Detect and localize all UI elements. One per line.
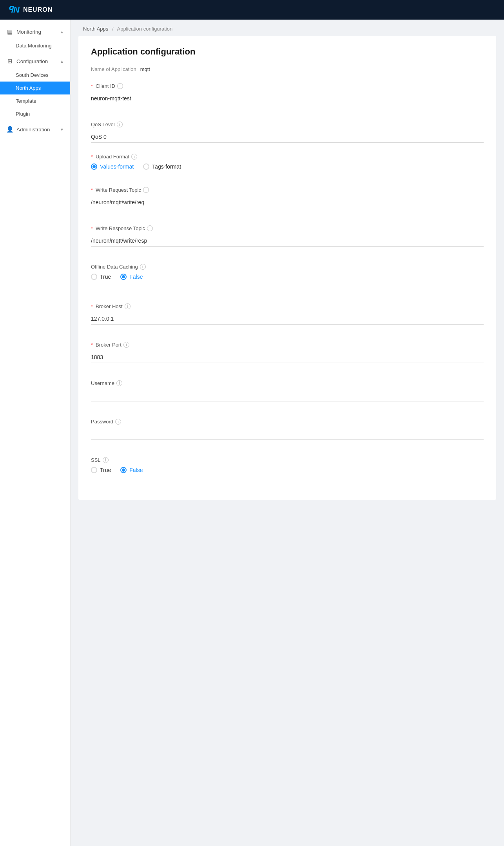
offline-caching-false-label: False bbox=[129, 274, 143, 280]
write-response-topic-required: * bbox=[91, 225, 93, 231]
password-label-row: Password i bbox=[91, 419, 484, 425]
offline-caching-true-radio[interactable] bbox=[91, 274, 97, 280]
offline-data-caching-group: Offline Data Caching i True False bbox=[91, 264, 484, 280]
write-response-topic-info-icon[interactable]: i bbox=[147, 225, 153, 231]
username-group: Username i bbox=[91, 380, 484, 401]
password-input[interactable] bbox=[91, 428, 484, 440]
upload-format-label-row: * Upload Format i bbox=[91, 154, 484, 160]
write-response-topic-input[interactable] bbox=[91, 235, 484, 247]
app-name-value: mqtt bbox=[140, 66, 150, 72]
main-content: North Apps / Application configuration A… bbox=[71, 20, 504, 846]
sidebar-item-data-monitoring[interactable]: Data Monitoring bbox=[0, 39, 70, 52]
broker-host-input[interactable] bbox=[91, 313, 484, 325]
upload-format-tags-label: Tags-format bbox=[152, 163, 181, 170]
write-request-topic-input[interactable] bbox=[91, 197, 484, 208]
write-response-topic-group: * Write Response Topic i bbox=[91, 225, 484, 247]
qos-level-group: QoS Level i QoS 0 QoS 1 QoS 2 bbox=[91, 122, 484, 143]
upload-format-label: Upload Format bbox=[96, 154, 129, 160]
sidebar-item-administration[interactable]: 👤 Administration ▼ bbox=[0, 122, 70, 137]
administration-section: 👤 Administration ▼ bbox=[0, 122, 70, 137]
logo: ꟼN NEURON bbox=[8, 5, 53, 15]
sidebar: ▤ Monitoring ▲ Data Monitoring ⊞ Configu… bbox=[0, 20, 71, 846]
upload-format-tags-option[interactable]: Tags-format bbox=[143, 163, 181, 170]
sidebar-item-plugin[interactable]: Plugin bbox=[0, 107, 70, 120]
client-id-label: Client ID bbox=[96, 83, 115, 89]
sidebar-item-configuration[interactable]: ⊞ Configuration ▲ bbox=[0, 54, 70, 69]
write-request-topic-info-icon[interactable]: i bbox=[143, 187, 149, 193]
breadcrumb-parent[interactable]: North Apps bbox=[83, 26, 108, 32]
write-response-topic-label-row: * Write Response Topic i bbox=[91, 225, 484, 231]
upload-format-radio-group: Values-format Tags-format bbox=[91, 163, 484, 170]
qos-level-info-icon[interactable]: i bbox=[117, 122, 123, 127]
offline-data-caching-label-row: Offline Data Caching i bbox=[91, 264, 484, 270]
ssl-group: SSL i True False bbox=[91, 457, 484, 473]
qos-level-label: QoS Level bbox=[91, 122, 115, 127]
broker-port-group: * Broker Port i bbox=[91, 342, 484, 363]
ssl-false-option[interactable]: False bbox=[120, 467, 143, 473]
qos-level-label-row: QoS Level i bbox=[91, 122, 484, 127]
username-label: Username bbox=[91, 380, 114, 386]
write-request-topic-required: * bbox=[91, 187, 93, 193]
topnav: ꟼN NEURON bbox=[0, 0, 504, 20]
upload-format-tags-radio[interactable] bbox=[143, 163, 149, 170]
monitoring-section: ▤ Monitoring ▲ Data Monitoring bbox=[0, 24, 70, 52]
client-id-group: * Client ID i bbox=[91, 83, 484, 104]
monitoring-icon: ▤ bbox=[6, 28, 13, 35]
broker-host-group: * Broker Host i bbox=[91, 303, 484, 325]
ssl-true-radio[interactable] bbox=[91, 467, 97, 473]
sidebar-item-south-devices[interactable]: South Devices bbox=[0, 69, 70, 82]
broker-host-info-icon[interactable]: i bbox=[125, 303, 131, 309]
upload-format-values-option[interactable]: Values-format bbox=[91, 163, 134, 170]
sidebar-item-north-apps[interactable]: North Apps bbox=[0, 82, 70, 94]
upload-format-group: * Upload Format i Values-format Tags-for… bbox=[91, 154, 484, 170]
app-name-row: Name of Application mqtt bbox=[91, 66, 484, 72]
offline-caching-false-option[interactable]: False bbox=[120, 274, 143, 280]
broker-port-label-row: * Broker Port i bbox=[91, 342, 484, 348]
breadcrumb: North Apps / Application configuration bbox=[71, 20, 504, 36]
configuration-section: ⊞ Configuration ▲ South Devices North Ap… bbox=[0, 54, 70, 120]
write-request-topic-group: * Write Request Topic i bbox=[91, 187, 484, 208]
upload-format-required: * bbox=[91, 154, 93, 160]
administration-chevron: ▼ bbox=[60, 127, 64, 132]
broker-host-required: * bbox=[91, 303, 93, 309]
ssl-radio-group: True False bbox=[91, 467, 484, 473]
write-response-topic-label: Write Response Topic bbox=[96, 225, 145, 231]
configuration-chevron: ▲ bbox=[60, 59, 64, 64]
client-id-input[interactable] bbox=[91, 93, 484, 104]
write-request-topic-label: Write Request Topic bbox=[96, 187, 141, 193]
ssl-label-row: SSL i bbox=[91, 457, 484, 463]
password-info-icon[interactable]: i bbox=[115, 419, 121, 425]
logo-icon: ꟼN bbox=[8, 5, 20, 15]
client-id-info-icon[interactable]: i bbox=[117, 83, 123, 89]
ssl-false-radio[interactable] bbox=[120, 467, 127, 473]
offline-data-caching-info-icon[interactable]: i bbox=[140, 264, 146, 270]
offline-caching-false-radio[interactable] bbox=[120, 274, 127, 280]
breadcrumb-separator: / bbox=[112, 26, 114, 32]
logo-text: NEURON bbox=[23, 6, 53, 13]
ssl-true-option[interactable]: True bbox=[91, 467, 111, 473]
sidebar-item-monitoring[interactable]: ▤ Monitoring ▲ bbox=[0, 24, 70, 39]
monitoring-label: Monitoring bbox=[16, 29, 41, 35]
configuration-label: Configuration bbox=[16, 58, 48, 64]
layout: ▤ Monitoring ▲ Data Monitoring ⊞ Configu… bbox=[0, 20, 504, 846]
upload-format-info-icon[interactable]: i bbox=[131, 154, 137, 160]
client-id-label-row: * Client ID i bbox=[91, 83, 484, 89]
configuration-icon: ⊞ bbox=[6, 58, 13, 65]
broker-port-input[interactable] bbox=[91, 352, 484, 363]
upload-format-values-radio[interactable] bbox=[91, 163, 97, 170]
broker-host-label: Broker Host bbox=[96, 303, 123, 309]
monitoring-chevron: ▲ bbox=[60, 30, 64, 34]
username-info-icon[interactable]: i bbox=[116, 380, 122, 386]
app-name-label: Name of Application bbox=[91, 66, 136, 72]
broker-port-info-icon[interactable]: i bbox=[123, 342, 129, 348]
username-label-row: Username i bbox=[91, 380, 484, 386]
sidebar-item-template[interactable]: Template bbox=[0, 94, 70, 107]
offline-caching-true-option[interactable]: True bbox=[91, 274, 111, 280]
breadcrumb-current: Application configuration bbox=[117, 26, 172, 32]
username-input[interactable] bbox=[91, 390, 484, 401]
broker-port-required: * bbox=[91, 342, 93, 348]
upload-format-values-label: Values-format bbox=[100, 163, 134, 170]
password-group: Password i bbox=[91, 419, 484, 440]
qos-level-select[interactable]: QoS 0 QoS 1 QoS 2 bbox=[91, 131, 484, 143]
ssl-info-icon[interactable]: i bbox=[103, 457, 109, 463]
